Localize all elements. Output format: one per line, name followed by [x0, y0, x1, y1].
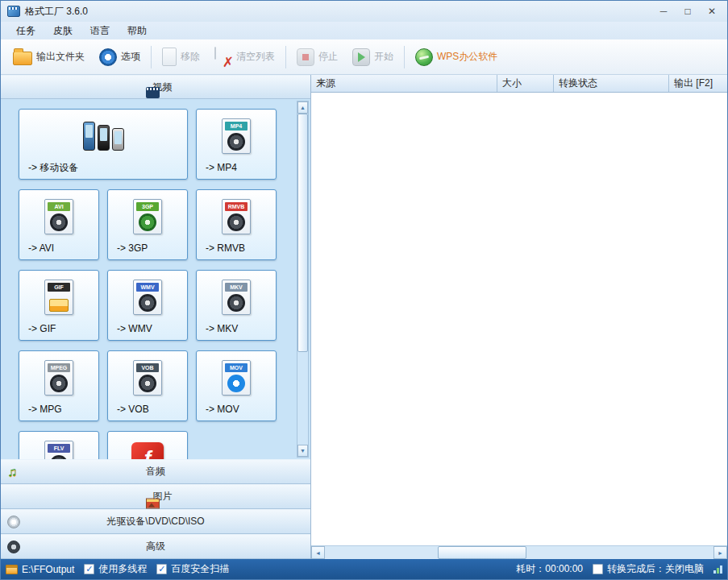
- toolbar: 输出文件夹 选项 移除 ✗ 清空列表 停止 开始: [1, 39, 727, 75]
- maximize-button[interactable]: □: [676, 3, 700, 19]
- target-gif[interactable]: GIF -> GIF: [19, 270, 99, 341]
- options-button[interactable]: 选项: [92, 44, 148, 70]
- target-mobile-devices[interactable]: -> 移动设备: [19, 109, 188, 180]
- section-audio-label: 音频: [146, 465, 165, 478]
- target-mp4[interactable]: MP4 -> MP4: [196, 109, 277, 180]
- elapsed-time-label: 耗时：00:00:00: [516, 562, 583, 576]
- output-folder-button[interactable]: 输出文件夹: [6, 44, 92, 69]
- scroll-left-icon[interactable]: ◄: [311, 546, 325, 559]
- column-output[interactable]: 输出 [F2]: [669, 75, 727, 92]
- task-table-body[interactable]: [311, 93, 727, 545]
- target-swf[interactable]: f: [107, 431, 188, 459]
- wps-icon: [415, 48, 433, 66]
- title-bar: 格式工厂 3.6.0 ─ □ ✕: [1, 1, 727, 22]
- network-signal-icon[interactable]: [713, 566, 722, 574]
- section-rom-device[interactable]: 光驱设备\DVD\CD\ISO: [1, 509, 310, 534]
- target-mov[interactable]: MOV -> MOV: [196, 350, 277, 421]
- multithread-checkbox[interactable]: ✓: [84, 564, 94, 574]
- target-flv[interactable]: FLV: [19, 431, 99, 459]
- stop-button[interactable]: 停止: [289, 44, 345, 70]
- target-avi[interactable]: AVI -> AVI: [19, 189, 99, 260]
- disc-icon: [7, 516, 20, 528]
- status-right-group: 耗时：00:00:00 转换完成后：关闭电脑: [516, 562, 722, 576]
- output-dir-icon: [6, 565, 18, 574]
- start-button[interactable]: 开始: [345, 44, 401, 70]
- wmv-icon: WMV: [108, 271, 187, 321]
- scroll-up-icon[interactable]: ▲: [297, 102, 308, 114]
- task-list-panel: 来源 大小 转换状态 输出 [F2] ◄ ►: [311, 75, 727, 559]
- gear-icon: [99, 48, 117, 66]
- close-button[interactable]: ✕: [700, 3, 724, 19]
- window-controls: ─ □ ✕: [651, 3, 724, 19]
- window-title: 格式工厂 3.6.0: [25, 5, 88, 19]
- target-mkv[interactable]: MKV -> MKV: [196, 270, 277, 341]
- stop-icon: [297, 48, 314, 66]
- video-targets-panel: -> 移动设备 MP4 -> MP4 AVI -> AVI: [1, 99, 310, 459]
- section-video[interactable]: 视频: [1, 75, 310, 99]
- column-status[interactable]: 转换状态: [554, 75, 669, 92]
- remove-icon: [162, 48, 177, 66]
- scroll-down-icon[interactable]: ▼: [297, 445, 308, 457]
- horizontal-scrollbar[interactable]: ◄ ►: [311, 545, 727, 559]
- mov-icon: MOV: [197, 351, 276, 401]
- flv-icon: FLV: [19, 432, 98, 459]
- main-area: 视频 -> 移动设备 MP4: [1, 75, 727, 559]
- avi-icon: AVI: [19, 190, 98, 240]
- mp4-icon: MP4: [197, 110, 276, 160]
- section-advanced[interactable]: 高级: [1, 534, 310, 559]
- scrollbar-thumb[interactable]: [297, 114, 308, 352]
- 3gp-icon: 3GP: [108, 190, 187, 240]
- shutdown-after-option[interactable]: 转换完成后：关闭电脑: [593, 562, 704, 576]
- section-advanced-label: 高级: [146, 540, 165, 553]
- toolbar-separator: [151, 46, 152, 68]
- clear-list-icon: ✗: [214, 48, 232, 67]
- baidu-scan-label: 百度安全扫描: [171, 562, 229, 576]
- vob-icon: VOB: [108, 351, 187, 401]
- hscrollbar-thumb[interactable]: [438, 546, 526, 559]
- menu-skin[interactable]: 皮肤: [44, 23, 81, 39]
- target-mpg[interactable]: MPEG -> MPG: [19, 350, 99, 421]
- reel-icon: [7, 541, 20, 553]
- scroll-right-icon[interactable]: ►: [713, 546, 727, 559]
- section-audio[interactable]: ♫ 音频: [1, 459, 310, 484]
- target-rmvb[interactable]: RMVB -> RMVB: [196, 189, 277, 260]
- toolbar-separator: [404, 46, 405, 68]
- sidebar: 视频 -> 移动设备 MP4: [1, 75, 311, 559]
- target-vob[interactable]: VOB -> VOB: [107, 350, 188, 421]
- menu-language[interactable]: 语言: [81, 23, 119, 39]
- target-wmv[interactable]: WMV -> WMV: [107, 270, 188, 341]
- column-source[interactable]: 来源: [311, 75, 497, 92]
- target-3gp[interactable]: 3GP -> 3GP: [107, 189, 188, 260]
- vertical-scrollbar[interactable]: ▲ ▼: [297, 101, 309, 458]
- scrollbar-track[interactable]: [297, 114, 308, 445]
- video-targets-grid: -> 移动设备 MP4 -> MP4 AVI -> AVI: [1, 99, 310, 459]
- section-picture[interactable]: 图片: [1, 484, 310, 509]
- mkv-icon: MKV: [197, 271, 276, 321]
- menu-task[interactable]: 任务: [7, 23, 44, 39]
- baidu-scan-option[interactable]: ✓ 百度安全扫描: [156, 562, 229, 576]
- output-path-group[interactable]: E:\FFOutput: [6, 564, 74, 575]
- menu-help[interactable]: 帮助: [119, 23, 156, 39]
- column-size[interactable]: 大小: [497, 75, 554, 92]
- folder-icon: [13, 52, 32, 65]
- flash-icon: f: [108, 432, 187, 459]
- hscrollbar-track[interactable]: [325, 546, 713, 559]
- app-icon: [7, 6, 20, 17]
- remove-button[interactable]: 移除: [155, 44, 207, 70]
- picture-icon: [146, 498, 160, 508]
- shutdown-after-checkbox[interactable]: [593, 564, 603, 574]
- app-window: 格式工厂 3.6.0 ─ □ ✕ 任务 皮肤 语言 帮助 输出文件夹 选项 移除: [0, 0, 728, 580]
- status-bar: E:\FFOutput ✓ 使用多线程 ✓ 百度安全扫描 耗时：00:00:00…: [1, 559, 727, 579]
- section-rom-label: 光驱设备\DVD\CD\ISO: [106, 515, 204, 528]
- gif-icon: GIF: [19, 271, 98, 321]
- menu-bar: 任务 皮肤 语言 帮助: [1, 22, 727, 39]
- wps-office-button[interactable]: WPS办公软件: [408, 44, 505, 70]
- minimize-button[interactable]: ─: [651, 3, 676, 19]
- clear-list-button[interactable]: ✗ 清空列表: [207, 44, 282, 71]
- video-icon: [146, 87, 160, 98]
- multithread-option[interactable]: ✓ 使用多线程: [84, 562, 147, 576]
- baidu-scan-checkbox[interactable]: ✓: [156, 564, 167, 574]
- shutdown-after-label: 转换完成后：关闭电脑: [607, 562, 704, 576]
- output-path-label: E:\FFOutput: [22, 564, 74, 575]
- audio-icon: ♫: [7, 466, 17, 478]
